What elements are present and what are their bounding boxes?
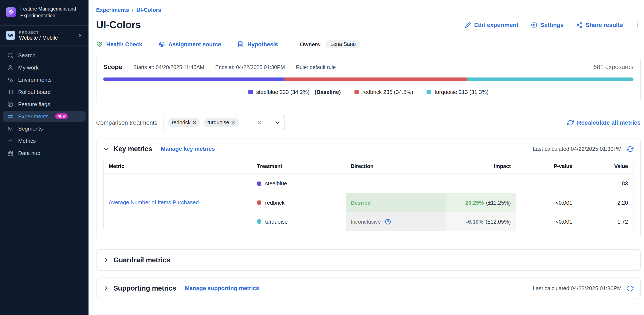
main-content: Experiments/UI-Colors UI-Colors Edit exp… [88,0,644,315]
metric-name-link[interactable]: Average Number of Items Purchased [104,174,252,231]
share-results-button[interactable]: Share results [576,21,623,28]
chevron-down-icon[interactable] [274,120,280,125]
impact-value: - [509,180,511,187]
chip-label: turquoise [207,120,229,125]
gear-icon [531,22,537,28]
legend-marker [354,90,359,94]
legend-item-turquoise: turquoise 213 (31.3%) [426,89,488,95]
scope-ends: Ends at: 04/22/2025 01:30PM [215,64,285,70]
assignment-source-link[interactable]: Assignment source [158,41,221,47]
sidebar-item-search[interactable]: Search [3,50,86,60]
manage-supporting-metrics-link[interactable]: Manage supporting metrics [185,285,259,292]
project-switcher[interactable]: W/ PROJECT Website / Mobile [0,25,88,46]
hypothesis-link[interactable]: Hypothesis [237,41,278,47]
refresh-icon [567,119,574,126]
sidebar-item-my-work[interactable]: My work [3,62,86,73]
refresh-icon[interactable] [627,285,634,292]
sidebar-item-rollout-board[interactable]: Rollout board [3,86,86,97]
last-calculated-text: Last calculated 04/22/2025 01:30PM [533,285,622,292]
last-calculated-text: Last calculated 04/22/2025 01:30PM [533,146,622,152]
p-value-cell: <0.001 [516,193,578,212]
scope-rule: Rule: default rule [296,64,336,70]
recalculate-label: Recalculate all metrics [577,119,641,126]
impact-cell: - [446,174,516,193]
hypothesis-label: Hypothesis [248,41,278,47]
flag-circle-icon [7,101,14,107]
page-header: UI-Colors Edit experiment Settings [96,19,641,31]
legend-label: turquoise 213 (31.3%) [434,89,488,95]
health-check-link[interactable]: Health Check [96,41,142,47]
treatment-cell: steelblue [252,174,346,193]
treatment-color-marker [257,219,261,224]
remove-chip-icon[interactable]: ✕ [231,120,235,125]
direction-cell: - [346,174,446,193]
baseline-tag: (Baseline) [314,89,341,95]
app-title: Feature Management and Experimentation [20,5,82,19]
breadcrumb-separator: / [132,7,134,13]
legend-label: redbrick 235 (34.5%) [362,89,413,95]
column-header-direction: Direction [346,159,446,174]
edit-experiment-button[interactable]: Edit experiment [465,21,518,28]
kebab-menu-icon[interactable] [634,21,641,28]
distribution-legend: steelblue 233 (34.2%) (Baseline) redbric… [103,89,634,95]
direction-value: - [351,180,352,187]
column-header-metric: Metric [104,159,252,174]
impact-cell: -6.10% (±12.05%) [446,212,516,231]
manage-key-metrics-link[interactable]: Manage key metrics [161,146,215,152]
recalculate-all-metrics-button[interactable]: Recalculate all metrics [567,119,641,126]
metric-value: 1.72 [617,218,628,225]
sidebar-item-segments[interactable]: Segments [3,123,86,134]
owner-chip[interactable]: Lena Sano [326,40,360,48]
breadcrumb-current-link[interactable]: UI-Colors [136,7,161,13]
sidebar-item-metrics[interactable]: Metrics [3,135,86,146]
breadcrumb-experiments-link[interactable]: Experiments [96,7,129,13]
question-circle-icon[interactable] [384,218,391,225]
metric-value: 2.20 [617,199,628,206]
sidebar-nav: Search My work Environments Rollout boar… [0,46,88,162]
chevron-right-icon[interactable] [103,286,109,291]
chevron-right-icon[interactable] [103,257,109,263]
chevron-down-icon[interactable] [103,146,109,152]
supporting-metrics-title: Supporting metrics [113,284,176,292]
refresh-icon[interactable] [627,145,634,152]
sidebar-item-data-hub[interactable]: Data hub [3,148,86,158]
pencil-icon [465,22,471,28]
p-value-cell: <0.001 [516,212,578,231]
impact-confidence-interval: (±11.25%) [486,199,511,206]
target-icon [158,41,165,47]
sidebar-item-label: Data hub [18,150,40,156]
select-divider [269,118,269,127]
sidebar-item-environments[interactable]: Environments [3,74,86,85]
sidebar-item-label: Rollout board [18,89,51,95]
comparison-treatments-label: Comparison treatments [96,119,158,126]
remove-chip-icon[interactable]: ✕ [192,120,196,125]
sidebar-item-label: Metrics [18,137,36,144]
share-icon [576,22,583,28]
chip-redbrick[interactable]: redbrick ✕ [168,118,200,127]
sidebar-item-experiments[interactable]: Experiments NEW [3,111,86,121]
sidebar-item-label: Experiments [18,113,49,119]
user-icon [7,64,14,70]
sidebar-item-feature-flags[interactable]: Feature flags [3,99,86,109]
clear-selection-icon[interactable]: ✕ [257,119,262,126]
metric-value: 1.83 [617,180,628,187]
value-cell: 1.72 [578,212,633,231]
treatment-color-marker [257,200,261,205]
owners-label: Owners: [300,41,322,47]
direction-cell: Desired [346,193,446,212]
distribution-segment-steelblue [103,77,284,81]
share-results-label: Share results [586,21,623,28]
search-icon [7,52,14,58]
direction-value: Desired [351,199,371,206]
settings-button[interactable]: Settings [531,21,564,28]
value-cell: 1.83 [578,174,633,193]
chip-turquoise[interactable]: turquoise ✕ [204,118,239,127]
key-metrics-table: Metric Treatment Direction Impact P-valu… [103,159,634,231]
heart-check-icon [96,41,103,47]
distribution-segment-turquoise [468,77,634,81]
new-badge: NEW [56,113,68,119]
value-cell: 2.20 [578,193,633,212]
scope-panel: Scope Starts at: 04/20/2025 11:45AM Ends… [96,57,641,102]
treatment-cell: turquoise [252,212,346,231]
comparison-treatments-select[interactable]: redbrick ✕ turquoise ✕ ✕ [163,115,285,130]
